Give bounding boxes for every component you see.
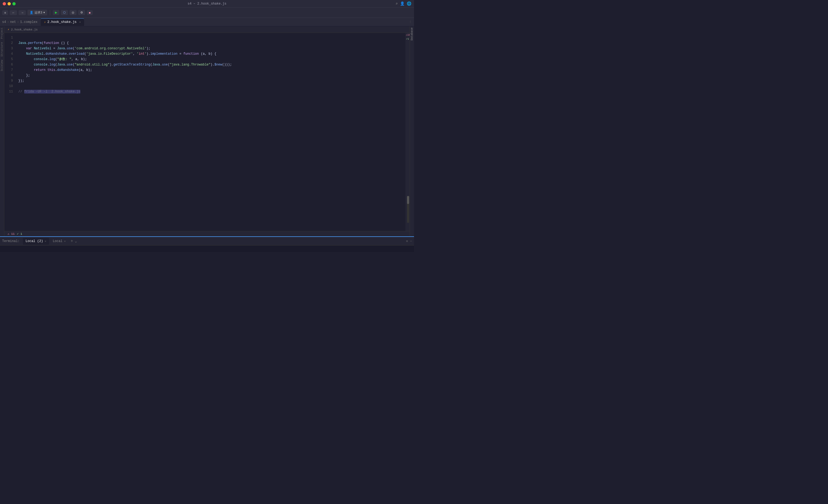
debug-button[interactable]: ⬡ [61,10,68,15]
user-icon[interactable]: 👤 [400,1,405,6]
search-icon[interactable]: ⌕ [396,1,398,6]
sep2: › [17,20,19,24]
stop-button[interactable]: ■ [87,10,93,15]
chevron-down-icon: ▾ [43,11,45,14]
left-sidebar: Project Structure SciView [0,27,4,236]
tab-close-local[interactable]: ✕ [64,240,66,243]
chevron-down-icon[interactable]: ⌄ [75,239,77,243]
vcs-label: 运求3 [35,10,42,14]
editor-filename: 2.hook_shake.js [11,28,38,31]
debug-icon: ⬡ [63,11,66,14]
error-indicator: ⚠11 [405,33,410,37]
tab-label-local2: Local (2) [26,239,43,243]
tab-close-icon[interactable]: ✕ [79,20,81,24]
tab-actions: ⋮ [409,20,412,24]
status-ok: ✓ 1 [17,232,22,236]
tab-hook-shake[interactable]: ⚡ 2.hook_shake.js ✕ [41,18,84,26]
right-sidebar: Database [410,27,414,236]
project-icon: ≡ [4,11,6,14]
line-num-5: 5 [7,56,13,62]
status-errors: ⚠ 11 [7,232,14,236]
js-file-icon: ⚡ [44,20,46,24]
share-icon[interactable]: 🌐 [407,1,411,6]
traffic-lights [3,2,16,5]
vcs-button[interactable]: 👤 运求3 ▾ [28,10,47,15]
editor-file-header: ⚡ 2.hook_shake.js [4,27,410,33]
build-button[interactable]: ⚙ [78,10,85,15]
line-num-9: 9 [7,78,13,84]
tab-label: 2.hook_shake.js [47,20,77,24]
line-num-10: 10 [7,84,13,89]
forward-icon: → [21,11,24,14]
vcs-icon: 👤 [30,11,33,14]
window-title: s4 – 2.hook_shake.js [188,2,226,6]
coverage-icon: ◎ [72,11,74,14]
minimize-button[interactable] [7,2,11,5]
project-button[interactable]: ≡ [2,10,8,15]
line-num-7: 7 [7,68,13,73]
close-button[interactable] [3,2,6,5]
database-icon[interactable]: Database [411,28,413,40]
main-toolbar: ≡ ← → 👤 运求3 ▾ ▶ ⬡ ◎ ⚙ ■ [0,7,414,18]
terminal-tab-local[interactable]: Local ✕ [50,238,69,245]
line-num-6: 6 [7,62,13,68]
terminal-tab-local2[interactable]: Local (2) ✕ [23,238,49,245]
titlebar-actions: ⌕ 👤 🌐 [396,1,411,6]
editor-status: ⚠ 11 ✓ 1 [4,231,410,236]
breadcrumb-complex[interactable]: 1.complex [20,20,37,24]
code-container: 1 2 3 4 5 6 7 8 9 10 11 Java.perform(fun… [4,33,410,231]
line-num-2: 2 [7,40,13,46]
scrollbar-area: ⚠11 ✓1 [405,33,410,231]
breadcrumb: s4 › net › 1.complex [2,20,37,24]
line-num-3: 3 [7,46,13,51]
editor-tabbar: s4 › net › 1.complex ⚡ 2.hook_shake.js ✕… [0,18,414,27]
line-num-11: 11 [7,89,13,94]
file-icon: ⚡ [7,28,9,31]
separator [50,10,50,15]
scroll-thumb [407,196,409,204]
minimize-terminal-icon[interactable]: — [410,239,412,243]
maximize-button[interactable] [12,2,16,5]
back-button[interactable]: ← [10,10,17,15]
build-icon: ⚙ [80,11,83,14]
ok-indicator: ✓1 [405,37,410,41]
coverage-button[interactable]: ◎ [70,10,77,15]
run-button[interactable]: ▶ [53,10,59,15]
code-editor[interactable]: Java.perform(function () { var NativeSsl… [15,33,405,231]
terminal-section: Terminal: Local (2) ✕ Local ✕ + ⌄ ⚙ — (.… [0,236,414,252]
sep1: › [7,20,9,24]
project-sidebar-icon[interactable]: Project [1,28,3,39]
main-layout: Project Structure SciView ⚡ 2.hook_shake… [0,27,414,236]
scrollbar[interactable] [407,196,409,223]
run-icon: ▶ [55,11,57,14]
forward-button[interactable]: → [18,10,26,15]
breadcrumb-net[interactable]: net [10,20,16,24]
settings-icon[interactable]: ⚙ [406,239,408,243]
titlebar: s4 – 2.hook_shake.js ⌕ 👤 🌐 [0,0,414,7]
terminal-label: Terminal: [2,239,20,243]
stop-icon: ■ [89,11,91,14]
structure-sidebar-icon[interactable]: Structure [1,42,3,56]
back-icon: ← [12,11,15,14]
add-terminal-button[interactable]: + [71,239,73,244]
editor-area: ⚡ 2.hook_shake.js 1 2 3 4 5 6 7 8 9 10 1… [4,27,410,236]
sci-view-icon[interactable]: SciView [1,60,3,71]
line-num-8: 8 [7,73,13,78]
terminal-output[interactable]: (.venv) wupeiqiqi@wupeiqideMacBook-Pro 1… [0,246,414,252]
terminal-tabbar: Terminal: Local (2) ✕ Local ✕ + ⌄ ⚙ — [0,237,414,246]
tab-close-local2[interactable]: ✕ [45,240,46,243]
terminal-actions: ⚙ — [406,239,412,243]
more-options-icon[interactable]: ⋮ [409,20,412,24]
line-num-4: 4 [7,51,13,56]
line-num-1: 1 [7,35,13,40]
breadcrumb-s4[interactable]: s4 [2,20,6,24]
line-numbers: 1 2 3 4 5 6 7 8 9 10 11 [4,33,15,231]
tab-label-local: Local [53,239,63,243]
